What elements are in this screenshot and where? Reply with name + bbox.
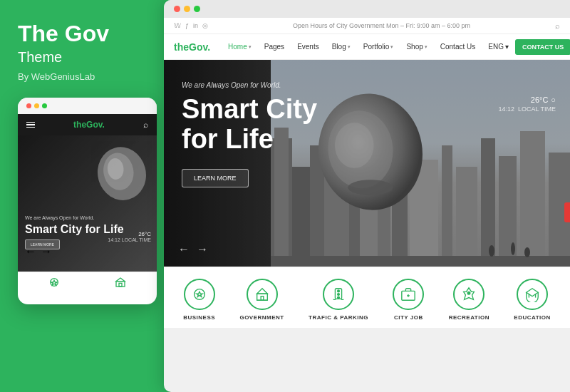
desktop-nav-items: Home ▾ Pages Events Blog ▾ Portfolio ▾ S… — [222, 34, 482, 60]
weather-icon: ○ — [551, 96, 556, 104]
business-icon-circle — [184, 279, 215, 310]
theme-subtitle: Theme — [18, 49, 146, 66]
bottom-icon-business[interactable]: BUSINESS — [183, 279, 215, 321]
cityjob-icon — [400, 287, 416, 302]
logo-plain: the — [174, 41, 189, 53]
mobile-dot-red — [26, 103, 31, 108]
svg-rect-31 — [256, 294, 267, 300]
desktop-dot-green — [194, 6, 200, 12]
hero-arrow-right[interactable]: → — [197, 243, 208, 256]
bottom-icon-government[interactable]: GOVERNMENT — [239, 279, 284, 321]
mobile-titlebar — [18, 98, 157, 114]
mobile-dot-green — [42, 103, 47, 108]
hero-title-line2: for Life — [182, 125, 552, 155]
hero-arrows: ← → — [178, 243, 208, 256]
hamburger-icon[interactable] — [26, 122, 35, 128]
nav-item-events[interactable]: Events — [291, 34, 326, 60]
recreation-label: RECREATION — [449, 314, 489, 321]
nav-item-home[interactable]: Home ▾ — [222, 34, 258, 60]
nav-item-contact[interactable]: Contact Us — [434, 34, 482, 60]
hero-content: We are Always Open for World. Smart City… — [164, 60, 570, 267]
nav-item-portfolio[interactable]: Portfolio ▾ — [357, 34, 400, 60]
bottom-icon-education[interactable]: EDUCATION — [514, 279, 550, 321]
desktop-topbar: 𝕎 ƒ in ◎ Open Hours of City Government M… — [164, 18, 570, 34]
mobile-logo-accent: Gov. — [86, 120, 105, 130]
hero-temp: 26°C ○ — [498, 96, 556, 104]
theme-title: The Gov — [18, 21, 146, 46]
contact-btn[interactable]: CONTACT US — [515, 39, 570, 55]
svg-rect-32 — [261, 296, 264, 301]
nav-lang[interactable]: ENG ▾ — [482, 43, 515, 51]
svg-rect-4 — [116, 282, 125, 287]
recreation-icon — [461, 287, 477, 302]
mobile-search-icon[interactable]: ⌕ — [143, 120, 148, 130]
traffic-icon — [331, 287, 346, 302]
mobile-icon-business[interactable] — [48, 277, 60, 288]
twitter-icon[interactable]: 𝕎 — [174, 22, 181, 29]
nav-item-blog[interactable]: Blog ▾ — [326, 34, 357, 60]
traffic-label: TRAFIC & PARKING — [309, 314, 368, 321]
left-panel: The Gov Theme By WebGeniusLab theGov. ⌕ — [0, 0, 164, 392]
hero-title: Smart City for Life — [182, 95, 552, 155]
mobile-hero-subtitle: We are Always Open for World. — [25, 215, 150, 220]
mobile-logo: theGov. — [73, 120, 105, 130]
desktop-dot-yellow — [184, 6, 190, 12]
bottom-icon-recreation[interactable]: RECREATION — [449, 279, 489, 321]
svg-point-36 — [338, 294, 340, 296]
mobile-arrow-right[interactable]: → — [41, 245, 52, 258]
desktop-titlebar — [164, 0, 570, 18]
svg-point-37 — [338, 296, 340, 299]
mobile-arrow-left[interactable]: ← — [25, 245, 36, 258]
government-icon — [254, 287, 270, 302]
mobile-mockup: theGov. ⌕ We are Always Open for World. … — [18, 98, 157, 304]
svg-rect-5 — [119, 284, 122, 287]
facebook-icon[interactable]: ƒ — [185, 22, 189, 29]
theme-by: By WebGeniusLab — [18, 71, 146, 82]
hero-time: 14:12 LOCAL TIME — [498, 105, 556, 113]
hero-title-line1: Smart City — [182, 95, 552, 125]
bottom-icon-cityjob[interactable]: CITY JOB — [393, 279, 424, 321]
mobile-navbar: theGov. ⌕ — [18, 114, 157, 135]
mobile-temp: 26°C — [108, 231, 151, 237]
mobile-hero: We are Always Open for World. Smart City… — [18, 135, 157, 292]
mobile-logo-plain: the — [73, 120, 86, 130]
topbar-social: 𝕎 ƒ in ◎ — [174, 22, 208, 29]
instagram-icon[interactable]: ◎ — [202, 22, 208, 29]
desktop-dot-red — [174, 6, 180, 12]
hero-subtitle: We are Always Open for World. — [182, 81, 552, 89]
logo-accent: Gov. — [189, 41, 210, 53]
nav-item-shop[interactable]: Shop ▾ — [400, 34, 433, 60]
mobile-dot-yellow — [34, 103, 39, 108]
bottom-icon-traffic[interactable]: TRAFIC & PARKING — [309, 279, 368, 321]
recreation-icon-circle — [453, 279, 484, 310]
hero-weather: 26°C ○ 14:12 LOCAL TIME — [498, 96, 556, 113]
topbar-info: Open Hours of City Government Mon – Fri:… — [293, 22, 470, 29]
svg-point-35 — [338, 290, 340, 292]
mobile-bottom-icons — [18, 272, 157, 292]
lang-arrow: ▾ — [505, 43, 509, 51]
cityjob-icon-circle — [393, 279, 424, 310]
mobile-icon-government[interactable] — [115, 277, 126, 288]
government-icon-circle — [247, 279, 278, 310]
nav-item-pages[interactable]: Pages — [258, 34, 291, 60]
hero-learn-btn[interactable]: LEARN MORE — [182, 169, 249, 187]
mobile-time: 14:12 LOCAL TIME — [108, 237, 151, 242]
hero-side-tab — [564, 202, 570, 222]
topbar-search-icon[interactable]: ⌕ — [555, 21, 560, 30]
desktop-navbar: theGov. Home ▾ Pages Events Blog ▾ Portf… — [164, 34, 570, 60]
desktop-mockup: 𝕎 ƒ in ◎ Open Hours of City Government M… — [164, 0, 570, 392]
desktop-hero: We are Always Open for World. Smart City… — [164, 60, 570, 267]
business-icon — [192, 287, 207, 302]
desktop-bottom-icons: BUSINESS GOVERNMENT — [164, 267, 570, 328]
mobile-arrows: ← → — [25, 245, 52, 258]
hero-arrow-left[interactable]: ← — [178, 243, 190, 256]
desktop-nav-logo: theGov. — [174, 41, 210, 53]
linkedin-icon[interactable]: in — [193, 22, 198, 29]
education-icon — [524, 287, 540, 302]
government-label: GOVERNMENT — [239, 314, 284, 321]
traffic-icon-circle — [323, 279, 354, 310]
mobile-weather: 26°C 14:12 LOCAL TIME — [108, 231, 151, 242]
cityjob-label: CITY JOB — [394, 314, 423, 321]
education-label: EDUCATION — [514, 314, 550, 321]
business-label: BUSINESS — [183, 314, 215, 321]
